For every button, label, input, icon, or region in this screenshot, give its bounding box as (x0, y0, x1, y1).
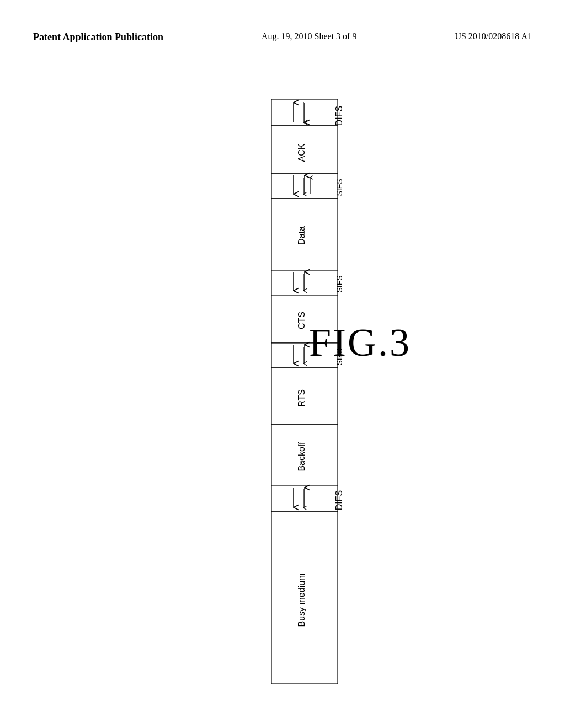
svg-text:SIFS: SIFS (335, 276, 344, 293)
svg-text:DIFS: DIFS (334, 106, 344, 126)
timing-diagram: DIFS ACK SIFS Data SIFS CTS SIFS RTS (167, 88, 431, 695)
svg-text:Backoff: Backoff (297, 442, 306, 472)
svg-text:Busy medium: Busy medium (297, 574, 306, 627)
sheet-info: Aug. 19, 2010 Sheet 3 of 9 (262, 30, 356, 42)
svg-text:ACK: ACK (297, 143, 306, 162)
svg-text:DIFS: DIFS (334, 490, 344, 510)
main-content: DIFS ACK SIFS Data SIFS CTS SIFS RTS (0, 88, 565, 695)
svg-text:SIFS: SIFS (335, 179, 344, 196)
patent-number: US 2010/0208618 A1 (455, 30, 532, 42)
page-header: Patent Application Publication Aug. 19, … (0, 0, 565, 44)
svg-text:RTS: RTS (297, 389, 306, 407)
publication-title: Patent Application Publication (33, 30, 163, 44)
figure-label: FIG.3 (309, 320, 411, 366)
svg-text:Data: Data (297, 226, 306, 245)
svg-text:CTS: CTS (297, 312, 306, 329)
